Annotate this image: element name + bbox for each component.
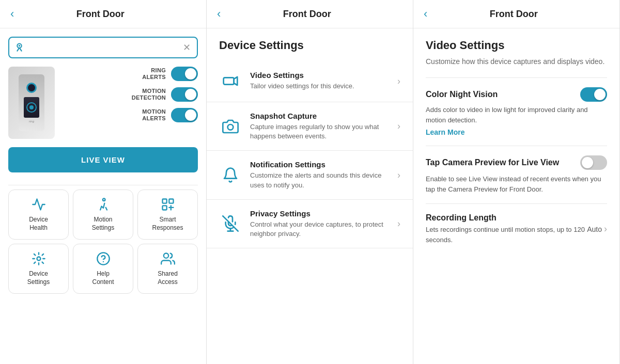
- motion-alerts-toggle[interactable]: [171, 108, 198, 122]
- snapshot-title: Snapshot Capture: [250, 112, 397, 120]
- grid-menu: DeviceHealth MotionSettings: [8, 189, 198, 294]
- grid-item-shared-access[interactable]: SharedAccess: [137, 244, 198, 294]
- divider: [8, 185, 198, 185]
- help-content-label: HelpContent: [92, 270, 114, 286]
- smart-icon: [161, 197, 175, 212]
- color-night-vision-header: Color Night Vision: [426, 87, 607, 102]
- gear-icon: [32, 251, 46, 266]
- privacy-desc: Control what your device captures, to pr…: [250, 220, 397, 239]
- recording-length-right: Auto ›: [587, 224, 607, 234]
- settings-item-notification[interactable]: Notification Settings Customize the aler…: [207, 151, 413, 199]
- people-icon: [161, 251, 175, 266]
- video-settings-page-title: Video Settings: [426, 28, 607, 52]
- mic-off-icon: [219, 212, 242, 235]
- video-settings-page-desc: Customize how this device captures and d…: [426, 56, 607, 67]
- snapshot-text: Snapshot Capture Capture images regularl…: [250, 112, 397, 141]
- grid-item-motion-settings[interactable]: MotionSettings: [73, 189, 133, 240]
- video-settings-chevron: ›: [397, 76, 400, 87]
- color-night-vision-toggle[interactable]: [580, 87, 607, 102]
- svg-rect-12: [224, 77, 234, 84]
- motion-icon: [96, 197, 111, 212]
- svg-rect-7: [162, 205, 166, 210]
- motion-detection-row: MOTIONDETECTION: [65, 87, 198, 102]
- panel-video-settings: ‹ Front Door Video Settings Customize ho…: [413, 0, 620, 364]
- device-image: ring: [8, 67, 55, 139]
- panel3-header: ‹ Front Door: [413, 0, 619, 28]
- search-icon: [16, 42, 26, 53]
- tap-camera-preview-row: Tap Camera Preview for Live View Enable …: [426, 146, 607, 203]
- svg-point-4: [102, 198, 105, 201]
- svg-point-8: [37, 257, 40, 261]
- snapshot-chevron: ›: [397, 121, 400, 132]
- device-section: ring RINGALERTS MOTIONDETECTION MOTIONAL…: [8, 67, 198, 139]
- panel1-title: Front Door: [20, 9, 180, 20]
- device-health-label: DeviceHealth: [29, 216, 48, 232]
- svg-rect-5: [162, 199, 166, 203]
- tap-camera-preview-title: Tap Camera Preview for Live View: [426, 158, 572, 167]
- recording-length-chevron: ›: [604, 224, 607, 234]
- search-clear-icon[interactable]: ✕: [183, 42, 191, 53]
- recording-length-title: Recording Length: [426, 213, 587, 223]
- camera-icon: [219, 115, 242, 138]
- grid-item-device-health[interactable]: DeviceHealth: [8, 189, 69, 240]
- svg-marker-13: [234, 77, 238, 85]
- tap-camera-preview-toggle[interactable]: [580, 155, 607, 170]
- heart-icon: [32, 197, 46, 212]
- live-view-button[interactable]: LIVE VIEW: [8, 147, 198, 172]
- grid-item-device-settings[interactable]: DeviceSettings: [8, 244, 69, 294]
- recording-length-value: Auto: [587, 225, 602, 233]
- motion-detection-label: MOTIONDETECTION: [132, 88, 166, 101]
- grid-item-smart-responses[interactable]: SmartResponses: [137, 189, 198, 240]
- search-input[interactable]: [30, 43, 183, 52]
- panel3-back-button[interactable]: ‹: [424, 8, 427, 20]
- recording-length-desc: Lets recordings continue until motion st…: [426, 225, 587, 245]
- panel-device-settings: ‹ Front Door Device Settings Video Setti…: [207, 0, 413, 364]
- panel-device: ‹ Front Door ✕: [0, 0, 207, 364]
- notification-title: Notification Settings: [250, 160, 397, 169]
- svg-point-11: [163, 254, 168, 258]
- panel2-content: Device Settings Video Settings Tailor vi…: [207, 28, 413, 364]
- device-settings-label: DeviceSettings: [27, 270, 50, 286]
- device-camera: [26, 83, 37, 93]
- panel2-header: ‹ Front Door: [207, 0, 413, 28]
- panel1-back-button[interactable]: ‹: [10, 8, 14, 20]
- recording-length-left: Recording Length Lets recordings continu…: [426, 213, 587, 245]
- notification-desc: Customize the alerts and sounds this dev…: [250, 171, 397, 189]
- panel2-back-button[interactable]: ‹: [217, 8, 221, 20]
- video-settings-text: Video Settings Tailor video settings for…: [250, 71, 397, 91]
- panel1-content: ✕ ring RINGALERTS: [0, 28, 206, 364]
- color-night-vision-title: Color Night Vision: [426, 90, 498, 99]
- svg-line-2: [17, 49, 19, 51]
- svg-rect-6: [169, 199, 173, 203]
- video-icon: [219, 70, 242, 92]
- motion-alerts-label: MOTIONALERTS: [142, 108, 166, 122]
- recording-length-row[interactable]: Recording Length Lets recordings continu…: [426, 203, 607, 254]
- notification-text: Notification Settings Customize the aler…: [250, 160, 397, 189]
- ring-alerts-toggle[interactable]: [171, 67, 198, 81]
- smart-responses-label: SmartResponses: [152, 216, 183, 232]
- bell-icon: [219, 164, 242, 186]
- video-settings-desc: Tailor video settings for this device.: [250, 82, 397, 91]
- device-settings-section-title: Device Settings: [207, 28, 413, 60]
- privacy-chevron: ›: [397, 218, 400, 229]
- settings-item-snapshot[interactable]: Snapshot Capture Capture images regularl…: [207, 102, 413, 151]
- tap-camera-preview-desc: Enable to see Live View instead of recen…: [426, 174, 607, 194]
- panel2-title: Front Door: [227, 9, 387, 20]
- search-bar[interactable]: ✕: [8, 37, 198, 58]
- settings-item-video-settings[interactable]: Video Settings Tailor video settings for…: [207, 60, 413, 102]
- panel1-header: ‹ Front Door: [0, 0, 206, 28]
- motion-detection-toggle[interactable]: [171, 87, 198, 102]
- grid-item-help-content[interactable]: HelpContent: [73, 244, 133, 294]
- ring-alerts-row: RINGALERTS: [65, 67, 198, 81]
- notification-chevron: ›: [397, 170, 400, 181]
- learn-more-link[interactable]: Learn More: [426, 128, 607, 136]
- svg-line-3: [20, 49, 21, 51]
- privacy-text: Privacy Settings Control what your devic…: [250, 209, 397, 239]
- motion-alerts-row: MOTIONALERTS: [65, 108, 198, 122]
- tap-camera-preview-inline: Tap Camera Preview for Live View: [426, 155, 607, 170]
- toggles-section: RINGALERTS MOTIONDETECTION MOTIONALERTS: [65, 67, 198, 122]
- svg-point-14: [228, 124, 234, 130]
- panel3-title: Front Door: [433, 9, 594, 20]
- settings-item-privacy[interactable]: Privacy Settings Control what your devic…: [207, 200, 413, 248]
- motion-settings-label: MotionSettings: [92, 216, 114, 232]
